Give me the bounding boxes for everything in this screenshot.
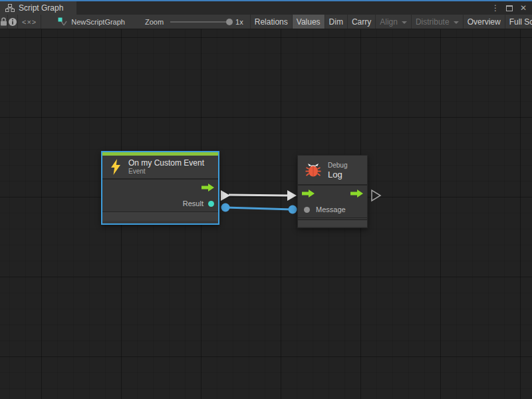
toolbar-toggle-group: Relations Values Dim Carry Align Distrib… (250, 15, 532, 29)
node-debug-log[interactable]: Debug Log (297, 155, 368, 228)
node-custom-event[interactable]: On my Custom Event Event Result (101, 151, 219, 225)
window-controls: ⋮ ✕ (491, 1, 532, 15)
script-graph-asset-icon (58, 17, 67, 27)
chevron-down-icon (402, 21, 407, 24)
control-out-arrow-outline (372, 190, 380, 201)
zoom-slider-handle[interactable] (226, 19, 233, 25)
lock-icon (0, 17, 7, 26)
window-menu-icon[interactable]: ⋮ (491, 3, 500, 13)
dim-button[interactable]: Dim (325, 15, 348, 29)
values-button[interactable]: Values (293, 15, 325, 29)
distribute-dropdown[interactable]: Distribute (412, 15, 464, 29)
value-wire-start-dot (221, 203, 230, 212)
value-input-port[interactable] (304, 207, 310, 213)
graph-canvas[interactable]: On my Custom Event Event Result (0, 29, 532, 399)
port-label: Message (316, 205, 346, 213)
relations-button[interactable]: Relations (251, 15, 293, 29)
chevron-down-icon (454, 21, 459, 24)
node-footer (298, 219, 367, 227)
node-body: Message (298, 186, 367, 218)
port-label: Result (183, 200, 203, 207)
value-output-row: Result (102, 196, 218, 211)
align-dropdown[interactable]: Align (376, 15, 412, 29)
node-title: Log (328, 170, 347, 180)
graph-toolbar: <×> NewScriptGraph Zoom 1x Relations Val… (0, 15, 532, 29)
script-graph-window: Script Graph ⋮ ✕ (0, 0, 532, 399)
tab-title: Script Graph (19, 3, 63, 13)
control-wire-start-arrow (221, 190, 230, 201)
node-subtitle: Event (128, 168, 204, 176)
code-view-button[interactable]: <×> (18, 15, 41, 29)
graph-name-group[interactable]: NewScriptGraph (58, 15, 125, 29)
node-header[interactable]: On my Custom Event Event (102, 156, 218, 180)
value-output-port[interactable] (208, 201, 214, 207)
zoom-slider[interactable] (170, 15, 230, 29)
lock-button[interactable] (0, 15, 8, 29)
control-ports-row (298, 186, 367, 201)
bug-icon (305, 162, 322, 179)
overview-button[interactable]: Overview (464, 15, 505, 29)
graph-hierarchy-icon (5, 4, 15, 12)
value-wire-end-dot (289, 205, 297, 214)
node-title: On my Custom Event (128, 158, 204, 168)
lightning-bolt-icon (109, 159, 122, 175)
fullscreen-button[interactable]: Full Screen (505, 15, 532, 29)
zoom-control: Zoom 1x (145, 15, 246, 29)
node-category: Debug (328, 161, 347, 170)
control-wire (229, 195, 289, 196)
node-footer (102, 211, 218, 221)
control-input-port[interactable] (302, 190, 315, 198)
zoom-label: Zoom (145, 18, 164, 26)
control-wire-end-arrow (287, 190, 297, 201)
wires-layer (0, 29, 532, 399)
close-icon[interactable]: ✕ (519, 3, 528, 13)
tab-bar: Script Graph ⋮ ✕ (0, 1, 532, 15)
control-output-port[interactable] (201, 184, 214, 192)
control-output-row (102, 180, 218, 196)
node-header[interactable]: Debug Log (298, 156, 367, 186)
maximize-icon[interactable] (505, 3, 514, 13)
graph-name-label: NewScriptGraph (71, 18, 125, 26)
value-wire (225, 207, 293, 209)
zoom-value: 1x (235, 18, 243, 26)
info-icon (8, 17, 17, 27)
carry-button[interactable]: Carry (348, 15, 376, 29)
zoom-slider-track (170, 21, 230, 23)
tab-script-graph[interactable]: Script Graph (0, 1, 76, 15)
node-body: Result (102, 180, 218, 211)
control-output-port[interactable] (350, 190, 363, 198)
info-button[interactable] (8, 15, 18, 29)
code-view-icon: <×> (22, 18, 37, 26)
value-input-row: Message (298, 201, 367, 217)
